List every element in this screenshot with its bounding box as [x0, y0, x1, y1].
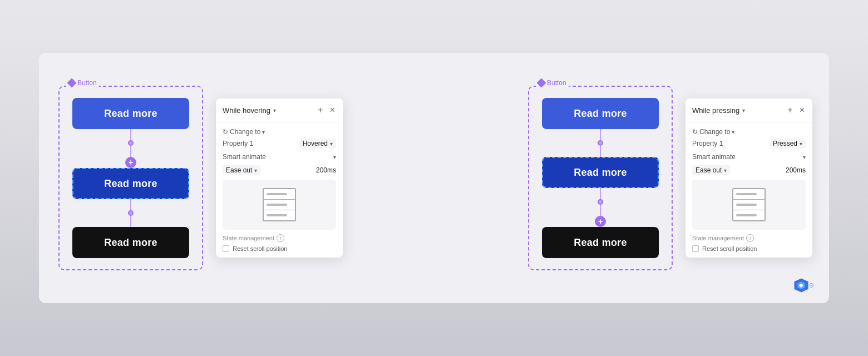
main-card: Button Read more + Read more	[39, 53, 829, 303]
right-panel-label: Button	[536, 79, 569, 87]
connector-line-top-1r	[600, 129, 601, 140]
hover-reset-label: Reset scroll position	[233, 245, 287, 252]
press-change-to-section: ↻ Change to ▾	[692, 128, 806, 136]
hover-reset-checkbox[interactable]	[223, 245, 229, 252]
press-reset-checkbox[interactable]	[692, 245, 699, 252]
press-state-mgmt-label: State management	[692, 235, 744, 241]
diamond-icon-right	[537, 78, 546, 88]
hover-change-to-section: ↻ Change to ▾	[223, 128, 336, 136]
connector-line-bottom-1	[130, 146, 131, 157]
connector-2-right: +	[595, 188, 606, 227]
press-state-mgmt: State management i	[692, 234, 806, 242]
press-smart-animate-chevron: ▾	[803, 154, 806, 160]
right-states-panel: Button Read more Read more	[525, 86, 675, 270]
press-mini-row-2	[733, 200, 765, 210]
press-panel-add-btn[interactable]: +	[786, 104, 793, 116]
btn-hovered-left[interactable]: Read more	[72, 168, 189, 199]
hover-preview-box	[223, 180, 336, 230]
press-ease-value: 200ms	[786, 166, 806, 174]
right-states-border: Button Read more Read more	[528, 86, 673, 270]
press-panel-header: While pressing ▾ + ×	[685, 98, 812, 122]
press-mini-row-3	[733, 210, 765, 220]
press-change-to-label: Change to	[699, 128, 730, 136]
hover-reset-scroll-row: Reset scroll position	[223, 245, 336, 252]
left-panel-label-text: Button	[77, 79, 97, 87]
connector-line-bottom-1r	[600, 146, 601, 157]
hover-panel-close-btn[interactable]: ×	[329, 104, 336, 116]
connector-line-top-1	[130, 129, 131, 140]
btn-hovered-right[interactable]: Read more	[542, 157, 659, 188]
hover-mini-row-1	[264, 189, 295, 200]
hover-ease-label-box[interactable]: Ease out ▾	[223, 165, 260, 175]
hover-panel: While hovering ▾ + × ↻ Change to ▾	[216, 98, 343, 258]
hover-panel-header: While hovering ▾ + ×	[216, 98, 343, 122]
connector-1-right	[598, 129, 603, 157]
hover-ease-label: Ease out	[226, 166, 252, 174]
btn-pressed-left[interactable]: Read more	[72, 227, 189, 258]
svg-text:❖: ❖	[798, 283, 803, 289]
press-property-value[interactable]: Pressed ▾	[770, 139, 806, 149]
press-change-chevron: ▾	[732, 129, 734, 135]
right-group: Button Read more Read more	[525, 86, 812, 270]
press-ease-label: Ease out	[696, 166, 722, 174]
hover-property-label: Property 1	[223, 140, 253, 147]
hover-mini-row-3	[264, 210, 295, 220]
btn-default-right[interactable]: Read more	[542, 98, 659, 129]
hover-property-chevron: ▾	[330, 141, 333, 147]
press-property-value-text: Pressed	[773, 140, 797, 147]
connector-dot-1	[128, 140, 134, 146]
press-mini-table	[732, 188, 766, 221]
press-panel: While pressing ▾ + × ↻ Change to ▾	[685, 98, 812, 258]
sections-wrapper: Button Read more + Read more	[56, 86, 812, 270]
press-title-chevron: ▾	[742, 107, 745, 113]
press-panel-actions: + ×	[786, 104, 806, 116]
hover-info-icon: i	[277, 234, 284, 242]
hover-smart-animate-label: Smart animate	[223, 153, 266, 161]
hover-panel-title-group: While hovering ▾	[223, 106, 276, 115]
press-panel-close-btn[interactable]: ×	[798, 104, 806, 116]
hover-title-chevron: ▾	[273, 107, 276, 113]
hover-ease-row: Ease out ▾ 200ms	[223, 165, 336, 175]
hover-state-mgmt-label: State management	[223, 235, 274, 241]
btn-pressed-right[interactable]: Read more	[542, 227, 659, 258]
left-states-border: Button Read more + Read more	[58, 86, 203, 270]
figma-logo-icon: ❖	[793, 278, 809, 293]
hover-property-row: Property 1 Hovered ▾	[223, 139, 336, 149]
connector-dot-2r	[598, 199, 603, 205]
left-panel-label: Button	[66, 79, 99, 87]
press-property-label: Property 1	[692, 140, 723, 147]
press-info-icon: i	[746, 234, 754, 242]
connector-plus-2r[interactable]: +	[595, 216, 606, 227]
hover-change-chevron: ▾	[262, 129, 265, 135]
hover-panel-add-btn[interactable]: +	[317, 104, 324, 116]
press-panel-title-group: While pressing ▾	[692, 106, 745, 115]
connector-line-bottom-2	[130, 216, 131, 227]
hover-panel-actions: + ×	[317, 104, 336, 116]
press-ease-row: Ease out ▾ 200ms	[692, 165, 806, 175]
registered-mark: ®	[810, 283, 813, 289]
connector-dot-2	[128, 210, 134, 216]
connector-2-left	[128, 199, 134, 227]
connector-line-top-2r	[600, 188, 601, 199]
press-smart-animate-row: Smart animate ▾	[692, 153, 806, 161]
hover-mini-table	[263, 188, 296, 221]
press-preview-box	[692, 180, 806, 230]
hover-state-mgmt: State management i	[223, 234, 336, 242]
figma-logo-area: ❖ ®	[793, 278, 813, 293]
press-ease-chevron: ▾	[724, 167, 727, 174]
hover-ease-value: 200ms	[316, 166, 336, 174]
press-property-chevron: ▾	[800, 141, 802, 147]
refresh-icon-press: ↻	[692, 128, 698, 136]
hover-panel-body: ↻ Change to ▾ Property 1 Hovered ▾ Smart…	[216, 122, 343, 258]
hover-property-value[interactable]: Hovered ▾	[299, 139, 336, 149]
diamond-icon-left	[67, 78, 77, 88]
hover-ease-chevron: ▾	[254, 167, 257, 174]
connector-1-left: +	[125, 129, 136, 168]
hover-change-to-label: Change to	[230, 128, 260, 136]
btn-default-left[interactable]: Read more	[72, 98, 189, 129]
hover-mini-row-2	[264, 200, 295, 210]
press-panel-body: ↻ Change to ▾ Property 1 Pressed ▾ Smart…	[685, 122, 812, 258]
connector-line-bottom-2r	[600, 205, 601, 216]
connector-plus-1[interactable]: +	[125, 157, 136, 168]
press-ease-label-box[interactable]: Ease out ▾	[692, 165, 730, 175]
